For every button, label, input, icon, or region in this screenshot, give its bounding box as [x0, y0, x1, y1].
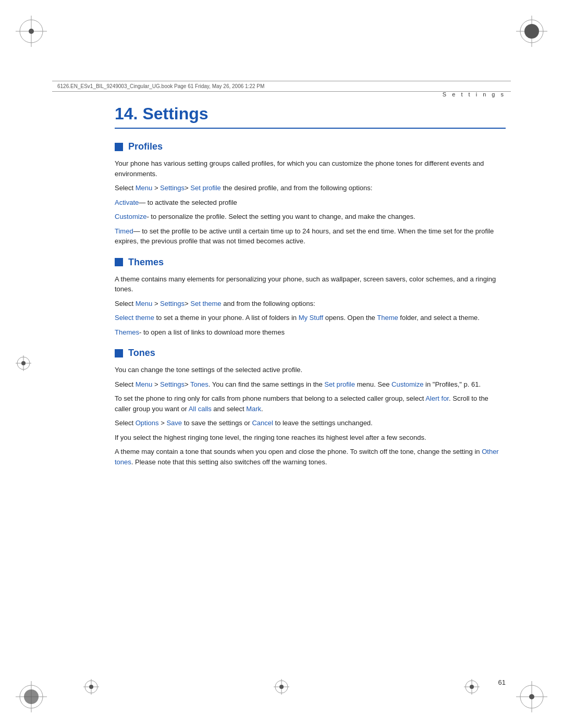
- themes-para-1: A theme contains many elements for perso…: [115, 274, 506, 294]
- themes-heading: Themes: [115, 257, 506, 268]
- mid-mark-bottom-right: [464, 679, 480, 697]
- tones-para-1: You can change the tone settings of the …: [115, 365, 506, 375]
- header-bar: 6126.EN_ESv1_BIL_9249003_Cingular_UG.boo…: [52, 81, 511, 92]
- themes-link: Themes: [115, 328, 139, 336]
- corner-mark-bl: [16, 681, 47, 712]
- svg-point-19: [21, 361, 26, 365]
- themes-settings-link: Settings: [160, 300, 185, 307]
- tones-para-4: Select Options > Save to save the settin…: [115, 418, 506, 428]
- svg-point-31: [470, 685, 474, 689]
- profiles-para-1: Your phone has various setting groups ca…: [115, 158, 506, 179]
- section-themes: Themes A theme contains many elements fo…: [115, 257, 506, 338]
- tones-heading-icon: [115, 349, 123, 357]
- corner-mark-br: [516, 681, 547, 712]
- othertones-link: Other tones: [115, 448, 499, 466]
- corner-mark-tl: [16, 16, 47, 47]
- mid-mark-left: [16, 355, 31, 373]
- save-link: Save: [166, 419, 182, 427]
- svg-point-3: [29, 29, 34, 34]
- themes-item-themes: Themes- to open a list of links to downl…: [115, 327, 506, 338]
- chapter-number: 14.: [115, 104, 138, 123]
- chapter-heading: 14. Settings: [115, 104, 506, 129]
- options-link: Options: [136, 419, 159, 427]
- tones-settings-link: Settings: [160, 380, 185, 388]
- chapter-title: Settings: [142, 104, 208, 123]
- profiles-heading: Profiles: [115, 141, 506, 152]
- section-tones: Tones You can change the tone settings o…: [115, 348, 506, 467]
- main-content: 14. Settings Profiles Your phone has var…: [115, 104, 506, 471]
- timed-link: Timed: [115, 227, 133, 235]
- svg-point-11: [24, 689, 39, 704]
- tones-para-5: If you select the highest ringing tone l…: [115, 433, 506, 443]
- themes-para-2: Select Menu > Settings> Set theme and fr…: [115, 299, 506, 309]
- profiles-settings-link: Settings: [160, 184, 185, 192]
- tones-tones-link: Tones: [190, 380, 209, 388]
- svg-point-15: [529, 694, 534, 699]
- corner-mark-tr: [516, 16, 547, 47]
- tones-heading-text: Tones: [128, 348, 155, 359]
- svg-point-23: [89, 685, 93, 689]
- profiles-item-activate: Activate— to activate the selected profi…: [115, 198, 506, 208]
- profiles-heading-icon: [115, 143, 123, 151]
- header-filename: 6126.EN_ESv1_BIL_9249003_Cingular_UG.boo…: [57, 83, 264, 89]
- tones-para-6: A theme may contain a tone that sounds w…: [115, 447, 506, 467]
- tones-para-2: Select Menu > Settings> Tones. You can f…: [115, 379, 506, 390]
- svg-point-27: [279, 685, 284, 689]
- themes-heading-icon: [115, 258, 123, 266]
- mid-mark-bottom-center: [274, 679, 289, 697]
- tones-setprofile-link: Set profile: [324, 380, 355, 388]
- profiles-para-2: Select Menu > Settings> Set profile the …: [115, 183, 506, 193]
- profiles-item-customize: Customize- to personalize the profile. S…: [115, 212, 506, 222]
- allcalls-link: All calls: [189, 405, 212, 413]
- profiles-item-timed: Timed— to set the profile to be active u…: [115, 226, 506, 246]
- customize-link: Customize: [115, 213, 146, 220]
- themes-item-selecttheme: Select theme to set a theme in your phon…: [115, 313, 506, 323]
- profiles-heading-text: Profiles: [128, 141, 163, 152]
- themefolder-link: Theme: [377, 314, 398, 322]
- profiles-setprofile-link: Set profile: [190, 184, 221, 192]
- profiles-menu-link: Menu: [136, 184, 153, 192]
- tones-para-3: To set the phone to ring only for calls …: [115, 393, 506, 414]
- page: 6126.EN_ESv1_BIL_9249003_Cingular_UG.boo…: [0, 0, 563, 728]
- alertfor-link: Alert for: [425, 394, 449, 402]
- themes-heading-text: Themes: [128, 257, 164, 268]
- page-number: 61: [498, 678, 506, 686]
- themes-settheme-link: Set theme: [190, 300, 221, 307]
- mark-link: Mark: [246, 405, 261, 413]
- cancel-link: Cancel: [252, 419, 273, 427]
- tones-heading: Tones: [115, 348, 506, 359]
- tones-menu-link: Menu: [136, 380, 153, 388]
- settings-label: S e t t i n g s: [443, 91, 506, 97]
- themes-menu-link: Menu: [136, 300, 153, 307]
- tones-customize-link: Customize: [391, 380, 423, 388]
- mid-mark-bottom-left: [83, 679, 99, 697]
- selecttheme-link: Select theme: [115, 314, 154, 322]
- svg-point-7: [524, 24, 539, 39]
- mystuff-link: My Stuff: [299, 314, 323, 322]
- section-profiles: Profiles Your phone has various setting …: [115, 141, 506, 246]
- activate-link: Activate: [115, 199, 139, 206]
